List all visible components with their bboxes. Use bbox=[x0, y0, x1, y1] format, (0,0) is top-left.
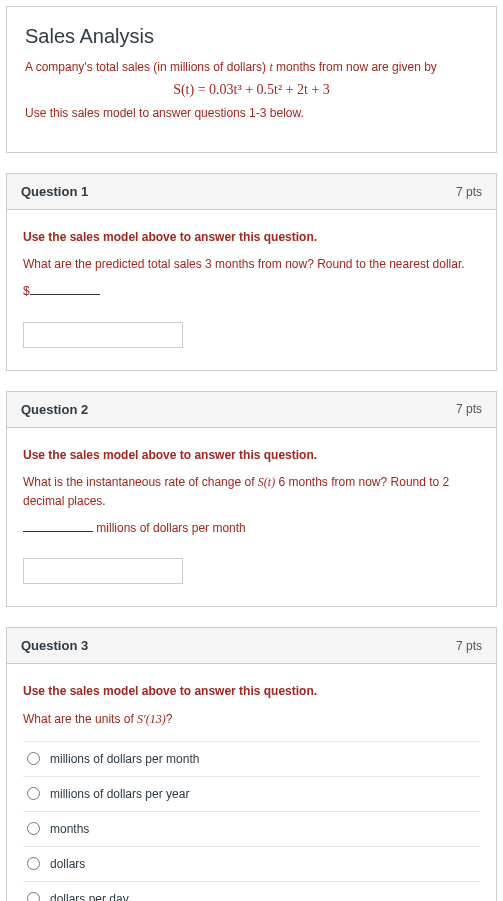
question-2-fn: S(t) bbox=[258, 475, 275, 489]
option-row[interactable]: dollars per day bbox=[23, 882, 480, 901]
question-1-blank-line: $ bbox=[23, 282, 480, 301]
blank-underline bbox=[23, 531, 93, 532]
intro-formula: S(t) = 0.03t³ + 0.5t² + 2t + 3 bbox=[25, 82, 478, 98]
question-1-card: Question 1 7 pts Use the sales model abo… bbox=[6, 173, 497, 371]
question-3-prompt-pre: What are the units of bbox=[23, 712, 137, 726]
question-3-fn: S′(13) bbox=[137, 712, 166, 726]
blank-underline bbox=[30, 294, 100, 295]
option-label: millions of dollars per year bbox=[50, 787, 189, 801]
option-label: dollars bbox=[50, 857, 85, 871]
question-3-card: Question 3 7 pts Use the sales model abo… bbox=[6, 627, 497, 901]
question-2-prompt-pre: What is the instantaneous rate of change… bbox=[23, 475, 258, 489]
question-3-body: Use the sales model above to answer this… bbox=[7, 664, 496, 901]
option-radio[interactable] bbox=[27, 822, 40, 835]
question-3-options: millions of dollars per month millions o… bbox=[23, 741, 480, 901]
question-1-points: 7 pts bbox=[456, 185, 482, 199]
question-3-prompt: What are the units of S′(13)? bbox=[23, 710, 480, 729]
option-label: dollars per day bbox=[50, 892, 129, 901]
question-2-blank-line: millions of dollars per month bbox=[23, 519, 480, 538]
option-radio[interactable] bbox=[27, 752, 40, 765]
question-1-body: Use the sales model above to answer this… bbox=[7, 210, 496, 370]
question-1-lead: Use the sales model above to answer this… bbox=[23, 228, 480, 247]
intro-card: Sales Analysis A company's total sales (… bbox=[6, 6, 497, 153]
question-3-header: Question 3 7 pts bbox=[7, 628, 496, 664]
question-1-title: Question 1 bbox=[21, 184, 88, 199]
intro-line1: A company's total sales (in millions of … bbox=[25, 58, 478, 76]
option-radio[interactable] bbox=[27, 787, 40, 800]
question-2-card: Question 2 7 pts Use the sales model abo… bbox=[6, 391, 497, 608]
question-2-title: Question 2 bbox=[21, 402, 88, 417]
intro-line1-pre: A company's total sales (in millions of … bbox=[25, 60, 269, 74]
intro-title: Sales Analysis bbox=[25, 25, 478, 48]
question-2-header: Question 2 7 pts bbox=[7, 392, 496, 428]
question-2-answer-input[interactable] bbox=[23, 558, 183, 584]
question-1-answer-input[interactable] bbox=[23, 322, 183, 348]
question-3-prompt-post: ? bbox=[166, 712, 173, 726]
option-label: millions of dollars per month bbox=[50, 752, 199, 766]
intro-line2: Use this sales model to answer questions… bbox=[25, 104, 478, 122]
option-radio[interactable] bbox=[27, 892, 40, 901]
dollar-sign: $ bbox=[23, 284, 30, 298]
question-2-lead: Use the sales model above to answer this… bbox=[23, 446, 480, 465]
option-row[interactable]: months bbox=[23, 812, 480, 847]
option-radio[interactable] bbox=[27, 857, 40, 870]
intro-line1-post: months from now are given by bbox=[273, 60, 437, 74]
question-2-prompt: What is the instantaneous rate of change… bbox=[23, 473, 480, 511]
question-3-title: Question 3 bbox=[21, 638, 88, 653]
question-2-unit: millions of dollars per month bbox=[93, 521, 246, 535]
option-row[interactable]: millions of dollars per year bbox=[23, 777, 480, 812]
option-row[interactable]: dollars bbox=[23, 847, 480, 882]
question-1-header: Question 1 7 pts bbox=[7, 174, 496, 210]
intro-body: Sales Analysis A company's total sales (… bbox=[7, 7, 496, 152]
option-label: months bbox=[50, 822, 89, 836]
question-3-lead: Use the sales model above to answer this… bbox=[23, 682, 480, 701]
question-3-points: 7 pts bbox=[456, 639, 482, 653]
question-2-body: Use the sales model above to answer this… bbox=[7, 428, 496, 607]
option-row[interactable]: millions of dollars per month bbox=[23, 742, 480, 777]
question-2-points: 7 pts bbox=[456, 402, 482, 416]
question-1-prompt: What are the predicted total sales 3 mon… bbox=[23, 255, 480, 274]
